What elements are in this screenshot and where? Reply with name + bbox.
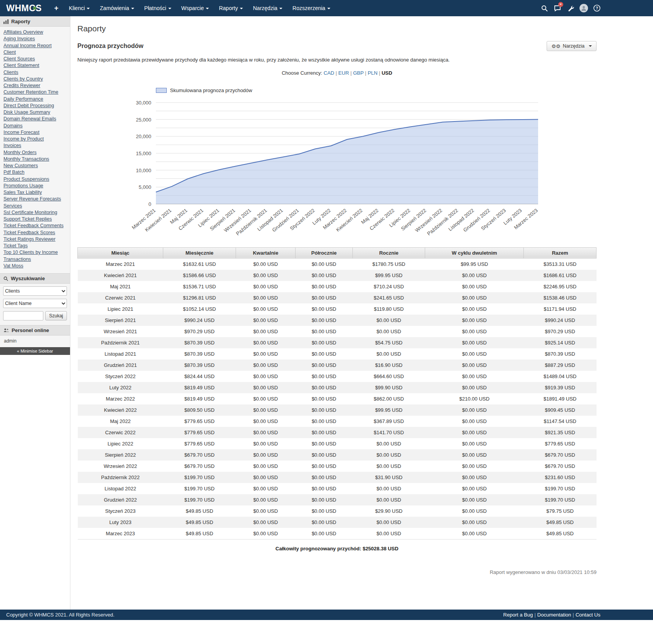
nav-item-narzędzia[interactable]: Narzędzia	[248, 0, 287, 16]
sidebar-report-link[interactable]: Promotions Usage	[3, 183, 67, 189]
table-cell: $1891.49 USD	[524, 393, 597, 404]
table-cell: $779.65 USD	[163, 427, 236, 438]
sidebar-report-link[interactable]: Client	[3, 49, 67, 56]
nav-item-label: Zamówienia	[100, 5, 129, 11]
table-cell: $819.49 USD	[163, 382, 236, 393]
sidebar-report-link[interactable]: Sales Tax Liability	[3, 189, 67, 196]
nav-item-rozszerzenia[interactable]: Rozszerzenia	[287, 0, 335, 16]
y-tick-label: 20,000	[136, 134, 151, 139]
sidebar-report-link[interactable]: Domain Renewal Emails	[3, 116, 67, 122]
table-cell: $0.00 USD	[236, 382, 295, 393]
forecast-table: MiesiącMiesięcznieKwartalniePółrocznieRo…	[77, 247, 597, 540]
sidebar-report-link[interactable]: Client Statement	[3, 62, 67, 69]
sidebar-report-link[interactable]: Credits Reviewer	[3, 82, 67, 89]
sidebar-report-link[interactable]: Income Forecast	[3, 129, 67, 136]
sidebar-report-link[interactable]: Direct Debit Processing	[3, 103, 67, 109]
table-cell: $0.00 USD	[425, 461, 524, 472]
footer-link[interactable]: Report a Bug	[503, 612, 533, 618]
nav-item-płatności[interactable]: Płatności	[139, 0, 176, 16]
table-cell: $0.00 USD	[352, 315, 425, 326]
table-cell: Wrzesień 2021	[78, 326, 163, 337]
table-cell: $49.85 USD	[524, 517, 597, 528]
sidebar-report-link[interactable]: Pdf Batch	[3, 169, 67, 176]
table-cell: $824.44 USD	[163, 371, 236, 382]
whmcs-logo[interactable]: WHMC⚙S	[6, 3, 42, 14]
sidebar-report-link[interactable]: Clients by Country	[3, 76, 67, 82]
sidebar-report-link[interactable]: Affiliates Overview	[3, 29, 67, 36]
nav-item-zamówienia[interactable]: Zamówienia	[95, 0, 139, 16]
separator: |	[573, 612, 574, 618]
forecast-table-body: Marzec 2021$1632.61 USD$0.00 USD$0.00 US…	[78, 258, 597, 539]
help-icon[interactable]: ?	[590, 0, 603, 16]
avatar[interactable]	[577, 0, 590, 16]
sidebar-search-input[interactable]	[3, 311, 43, 320]
currency-link-cad[interactable]: CAD	[324, 70, 334, 76]
sidebar-report-link[interactable]: Invoices	[3, 142, 67, 149]
currency-link-eur[interactable]: EUR	[338, 70, 349, 76]
nav-item-wsparcie[interactable]: Wsparcie	[176, 0, 214, 16]
table-cell: $0.00 USD	[352, 483, 425, 494]
table-row: Czerwic 2021$1296.81 USD$0.00 USD$0.00 U…	[78, 292, 597, 303]
sidebar-report-link[interactable]: Ticket Ratings Reviewer	[3, 236, 67, 243]
sidebar-report-link[interactable]: Aging Invoices	[3, 36, 67, 42]
sidebar-report-link[interactable]: Annual Income Report	[3, 43, 67, 49]
search-icon	[3, 276, 8, 281]
tools-dropdown-button[interactable]: ⚙⚙ Narzędzia	[547, 41, 597, 51]
top-navbar: WHMC⚙S + KlienciZamówieniaPłatnościWspar…	[0, 0, 653, 16]
search-type-select[interactable]: Clients	[3, 286, 67, 296]
sidebar-report-link[interactable]: Customer Retention Time	[3, 89, 67, 96]
sidebar-report-link[interactable]: Monthly Orders	[3, 149, 67, 156]
table-cell: $231.60 USD	[524, 472, 597, 483]
quick-add-icon[interactable]: +	[49, 0, 64, 16]
table-row: Marzec 2022$819.49 USD$0.00 USD$0.00 USD…	[78, 393, 597, 404]
table-cell: $1538.46 USD	[524, 292, 597, 303]
table-cell: $0.00 USD	[236, 438, 295, 449]
sidebar-report-link[interactable]: Vat Moss	[3, 263, 67, 269]
chevron-down-icon	[279, 8, 282, 9]
footer-link[interactable]: Contact Us	[576, 612, 600, 618]
sidebar-report-link[interactable]: Support Ticket Replies	[3, 216, 67, 223]
currency-link-gbp[interactable]: GBP	[353, 70, 364, 76]
sidebar-report-link[interactable]: Top 10 Clients by Income	[3, 249, 67, 256]
table-cell: Luty 2023	[78, 517, 163, 528]
table-cell: $0.00 USD	[296, 472, 353, 483]
notifications-icon[interactable]: ×	[551, 0, 564, 16]
table-cell: $0.00 USD	[236, 348, 295, 360]
setup-wrench-icon[interactable]	[564, 0, 577, 16]
sidebar-report-link[interactable]: Services	[3, 203, 67, 209]
sidebar-report-link[interactable]: Ticket Feedback Scores	[3, 230, 67, 236]
sidebar-report-link[interactable]: Product Suspensions	[3, 176, 67, 183]
sidebar-report-link[interactable]: Client Sources	[3, 56, 67, 62]
sidebar-report-link[interactable]: Clients	[3, 69, 67, 76]
sidebar-search-button[interactable]: Szukaj	[45, 311, 67, 320]
nav-item-raporty[interactable]: Raporty	[214, 0, 248, 16]
sidebar-report-link[interactable]: Ssl Certificate Monitoring	[3, 209, 67, 216]
sidebar-report-link[interactable]: Disk Usage Summary	[3, 109, 67, 116]
table-cell: $0.00 USD	[296, 461, 353, 472]
sidebar-report-link[interactable]: Domains	[3, 123, 67, 129]
sidebar-report-link[interactable]: Ticket Feedback Comments	[3, 223, 67, 229]
table-cell: $870.39 USD	[163, 360, 236, 371]
sidebar-report-link[interactable]: Daily Performance	[3, 96, 67, 103]
sidebar-report-link[interactable]: Income by Product	[3, 136, 67, 142]
table-cell: Sierpień 2021	[78, 315, 163, 326]
chevron-down-icon	[168, 8, 171, 9]
search-icon[interactable]	[538, 0, 551, 16]
table-cell: $0.00 USD	[425, 427, 524, 438]
currency-link-pln[interactable]: PLN	[368, 70, 378, 76]
sidebar-report-link[interactable]: Transactions	[3, 256, 67, 263]
table-cell: $1632.61 USD	[163, 258, 236, 270]
table-cell: $0.00 USD	[296, 494, 353, 505]
sidebar-reports-title: Raporty	[11, 19, 30, 24]
table-cell: $710.24 USD	[352, 281, 425, 292]
table-cell: $870.39 USD	[163, 348, 236, 360]
footer-link[interactable]: Documentation	[537, 612, 571, 618]
nav-item-klienci[interactable]: Klienci	[64, 0, 95, 16]
table-cell: $0.00 USD	[296, 337, 353, 348]
minimise-sidebar-button[interactable]: « Minimise Sidebar	[0, 347, 70, 355]
sidebar-report-link[interactable]: Monthly Transactions	[3, 156, 67, 163]
sidebar-report-link[interactable]: Ticket Tags	[3, 243, 67, 249]
sidebar-report-link[interactable]: Server Revenue Forecasts	[3, 196, 67, 202]
sidebar-report-link[interactable]: New Customers	[3, 163, 67, 169]
search-field-select[interactable]: Client Name	[3, 299, 67, 308]
